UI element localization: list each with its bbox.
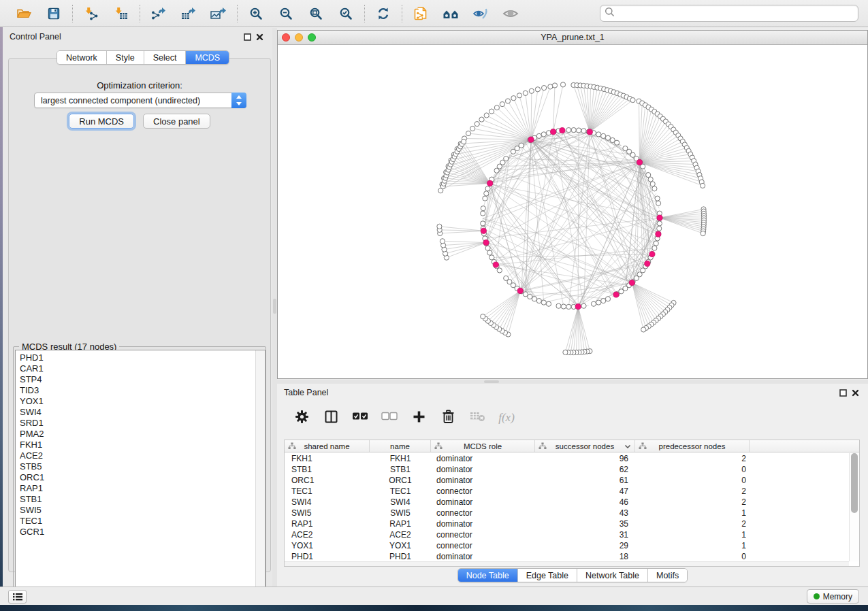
tab-network-table[interactable]: Network Table	[577, 569, 648, 582]
cell-name: ACE2	[370, 529, 431, 540]
column-header-filler	[750, 440, 859, 452]
table-header-row: shared namenameMCDS rolesuccessor nodesp…	[285, 440, 859, 452]
column-header-successor-nodes[interactable]: successor nodes	[535, 440, 635, 452]
cell-predecessor-nodes: 2	[635, 518, 750, 529]
result-list-item[interactable]: SWI5	[20, 505, 255, 516]
table-row-YOX1[interactable]: YOX1YOX1connector291	[285, 540, 849, 551]
zoom-out-icon	[279, 7, 293, 20]
result-list-item[interactable]: STB1	[20, 494, 255, 505]
result-list-item[interactable]: TEC1	[20, 516, 255, 527]
new-network-from-selection-button[interactable]	[412, 5, 430, 22]
result-list-item[interactable]: STB5	[20, 461, 255, 472]
result-list-scrollbar[interactable]	[255, 350, 265, 592]
table-horizontal-scrollbar[interactable]	[285, 561, 849, 566]
close-panel-icon[interactable]	[253, 31, 266, 43]
network-graph[interactable]	[278, 45, 867, 378]
show-graphics-details-button[interactable]	[502, 5, 519, 22]
optimization-criterion-dropdown[interactable]: largest connected component (undirected)	[34, 93, 246, 108]
result-list-item[interactable]: YOX1	[20, 396, 255, 407]
table-row-RAP1[interactable]: RAP1RAP1dominator352	[285, 518, 849, 529]
result-list-item[interactable]: TID3	[20, 385, 255, 396]
close-panel-button[interactable]: Close panel	[143, 114, 210, 129]
cell-successor-nodes: 31	[535, 529, 635, 540]
table-row-SWI5[interactable]: SWI5SWI5connector431	[285, 508, 849, 518]
scrollbar-thumb[interactable]	[851, 453, 858, 513]
show-columns-button[interactable]	[322, 409, 340, 427]
delete-column-button[interactable]	[439, 409, 457, 427]
cell-shared-name: YOX1	[285, 540, 370, 551]
table-settings-button[interactable]	[293, 409, 310, 427]
deselect-all-rows-button[interactable]	[381, 409, 398, 427]
cell-shared-name: PHD1	[285, 551, 370, 561]
result-list-item[interactable]: ACE2	[20, 450, 255, 461]
close-panel-icon[interactable]	[849, 386, 861, 399]
cell-predecessor-nodes: 2	[635, 497, 750, 508]
result-list-item[interactable]: PHD1	[20, 352, 255, 363]
cell-name: SWI5	[370, 508, 431, 518]
tab-network[interactable]: Network	[57, 51, 107, 64]
zoom-fit-button[interactable]	[307, 5, 325, 22]
open-file-button[interactable]	[15, 5, 33, 22]
result-list-item[interactable]: FKH1	[20, 440, 255, 450]
tab-node-table[interactable]: Node Table	[458, 569, 518, 582]
splitter-grip[interactable]	[273, 299, 276, 314]
tab-select[interactable]: Select	[144, 51, 187, 64]
import-network-button[interactable]	[82, 5, 100, 22]
export-network-button[interactable]	[150, 5, 167, 22]
cell-predecessor-nodes: 0	[635, 551, 750, 561]
tab-style[interactable]: Style	[107, 51, 144, 64]
zoom-selected-button[interactable]	[337, 5, 355, 22]
table-row-STB1[interactable]: STB1STB1dominator620	[285, 464, 849, 475]
tab-motifs[interactable]: Motifs	[648, 569, 687, 582]
table-body: FKH1FKH1dominator962STB1STB1dominator620…	[285, 453, 849, 561]
save-session-button[interactable]	[45, 5, 63, 22]
tab-edge-table[interactable]: Edge Table	[518, 569, 577, 582]
result-list-item[interactable]: RAP1	[20, 483, 255, 494]
column-header-name[interactable]: name	[370, 440, 431, 452]
result-list-item[interactable]: PMA2	[20, 429, 255, 440]
column-header-shared-name[interactable]: shared name	[285, 440, 370, 452]
cell-name: ORC1	[370, 475, 431, 486]
fx-icon: f(x)	[498, 411, 515, 425]
memory-button[interactable]: Memory	[807, 589, 859, 604]
result-list-item[interactable]: SRD1	[20, 418, 255, 429]
result-list-item[interactable]: STP4	[20, 374, 255, 385]
search-input[interactable]	[615, 7, 854, 20]
search-field[interactable]	[600, 5, 858, 22]
add-column-button[interactable]	[410, 409, 428, 427]
table-row-FKH1[interactable]: FKH1FKH1dominator962	[285, 453, 849, 464]
refresh-layout-button[interactable]	[374, 5, 392, 22]
result-list-item[interactable]: SWI4	[20, 407, 255, 418]
table-row-SWI4[interactable]: SWI4SWI4dominator462	[285, 497, 849, 508]
network-canvas[interactable]	[278, 45, 867, 378]
splitter-grip[interactable]	[484, 380, 499, 383]
hide-graphics-details-button[interactable]	[472, 5, 489, 22]
float-panel-icon[interactable]	[241, 31, 253, 43]
zoom-in-button[interactable]	[247, 5, 265, 22]
cell-MCDS-role: dominator	[431, 464, 535, 475]
table-row-ORC1[interactable]: ORC1ORC1dominator610	[285, 475, 849, 486]
export-image-button[interactable]	[210, 5, 227, 22]
table-row-TEC1[interactable]: TEC1TEC1connector472	[285, 486, 849, 497]
import-table-button[interactable]	[112, 5, 130, 22]
result-list-item[interactable]: CAR1	[20, 363, 255, 374]
column-header-MCDS-role[interactable]: MCDS role	[431, 440, 535, 452]
doc-share-icon	[413, 6, 428, 21]
column-header-predecessor-nodes[interactable]: predecessor nodes	[635, 440, 750, 452]
task-history-button[interactable]	[8, 590, 27, 604]
vertical-splitter[interactable]	[272, 28, 277, 587]
zoom-out-button[interactable]	[277, 5, 295, 22]
export-table-button[interactable]	[180, 5, 197, 22]
select-all-rows-button[interactable]	[351, 409, 369, 427]
first-neighbors-button[interactable]	[442, 5, 460, 22]
result-list-item[interactable]: ORC1	[20, 472, 255, 483]
table-row-ACE2[interactable]: ACE2ACE2connector311	[285, 529, 849, 540]
float-panel-icon[interactable]	[837, 386, 849, 399]
table-vertical-scrollbar[interactable]	[849, 453, 859, 561]
run-mcds-button[interactable]: Run MCDS	[69, 114, 134, 129]
table-row-PHD1[interactable]: PHD1PHD1dominator180	[285, 551, 849, 561]
tab-mcds[interactable]: MCDS	[186, 51, 229, 64]
result-list-item[interactable]: GCR1	[20, 527, 255, 538]
cell-name: YOX1	[370, 540, 431, 551]
cell-shared-name: RAP1	[285, 518, 370, 529]
